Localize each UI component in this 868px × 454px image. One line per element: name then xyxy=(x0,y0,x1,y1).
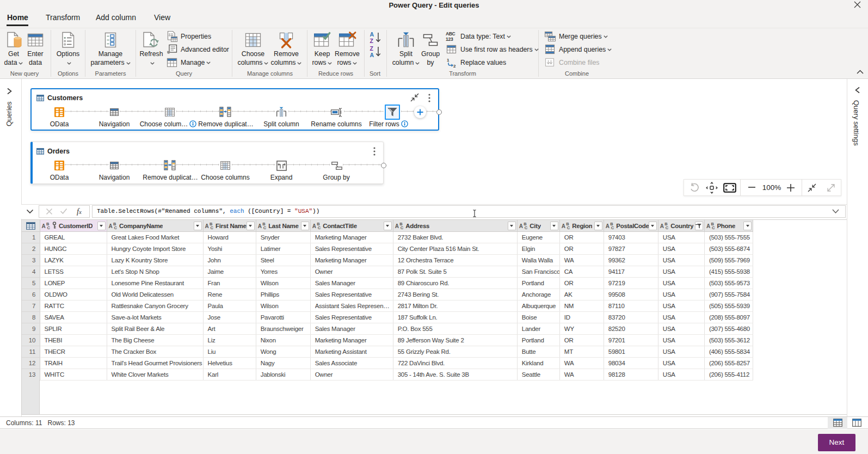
svg-text:A: A xyxy=(370,52,374,58)
svg-text:Z: Z xyxy=(370,45,374,52)
svg-text:123: 123 xyxy=(446,36,453,42)
svg-text:A: A xyxy=(370,31,374,38)
svg-text:Z: Z xyxy=(370,38,374,44)
svg-text:1: 1 xyxy=(447,58,450,63)
svg-text:ABC: ABC xyxy=(446,31,455,36)
svg-text:2: 2 xyxy=(453,64,456,68)
